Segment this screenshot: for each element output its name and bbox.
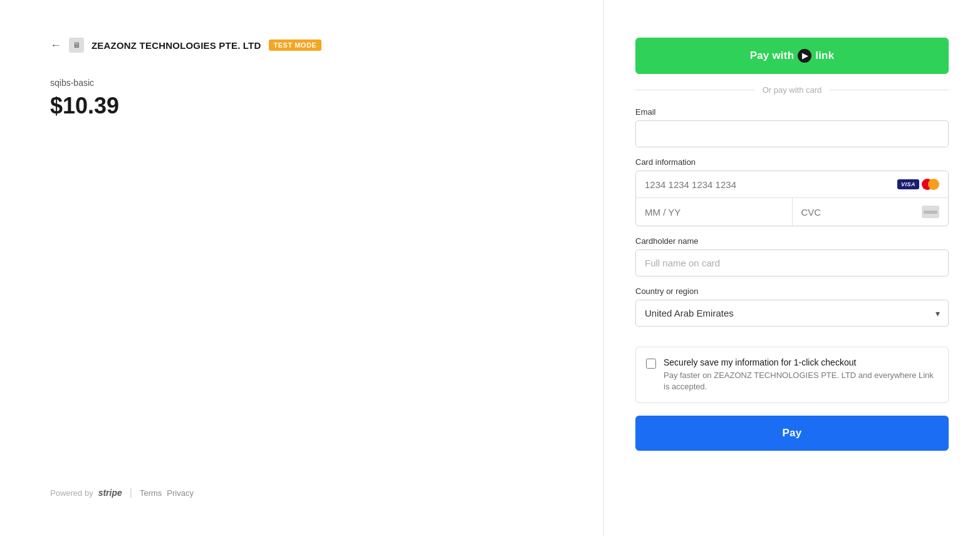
expiry-input[interactable] (636, 198, 793, 226)
email-label: Email (635, 107, 949, 117)
or-line-right (829, 90, 949, 90)
header-row: ← 🖥 ZEAZONZ TECHNOLOGIES PTE. LTD TEST M… (50, 38, 553, 53)
cvc-row (793, 198, 949, 226)
card-expiry-cvc-row (636, 198, 948, 226)
save-info-subtitle: Pay faster on ZEAZONZ TECHNOLOGIES PTE. … (664, 370, 938, 392)
merchant-name: ZEAZONZ TECHNOLOGIES PTE. LTD (91, 40, 261, 51)
product-name: sqibs-basic (50, 78, 553, 88)
country-group: Country or region United Arab EmiratesUn… (635, 286, 949, 327)
pay-with-label: Pay with (750, 50, 795, 62)
card-info-container: VISA (635, 171, 949, 226)
or-text: Or pay with card (763, 85, 822, 95)
right-panel: Pay with ▶ link Or pay with card Email C… (604, 0, 980, 488)
card-number-row: VISA (636, 171, 948, 198)
country-select-wrapper: United Arab EmiratesUnited StatesUnited … (635, 300, 949, 327)
page-container: ← 🖥 ZEAZONZ TECHNOLOGIES PTE. LTD TEST M… (0, 0, 980, 536)
card-number-input[interactable] (645, 179, 897, 190)
back-button[interactable]: ← (50, 39, 61, 52)
merchant-icon: 🖥 (69, 38, 84, 53)
privacy-link[interactable]: Privacy (167, 488, 194, 498)
link-arrow-icon: ▶ (802, 51, 808, 60)
cardholder-input[interactable] (635, 250, 949, 276)
cvc-input[interactable] (801, 207, 922, 218)
save-info-title: Securely save my information for 1-click… (664, 357, 938, 367)
product-price: $10.39 (50, 93, 553, 119)
email-group: Email (635, 107, 949, 147)
cardholder-group: Cardholder name (635, 236, 949, 276)
or-divider: Or pay with card (635, 85, 949, 95)
cvc-card-strip (924, 211, 937, 214)
country-label: Country or region (635, 286, 949, 296)
save-info-box: Securely save my information for 1-click… (635, 347, 949, 403)
email-input[interactable] (635, 120, 949, 147)
footer-area: Powered by stripe | Terms Privacy (50, 462, 553, 498)
link-icon: ▶ (798, 49, 811, 63)
pay-button[interactable]: Pay (635, 416, 949, 451)
card-icons: VISA (897, 179, 939, 190)
mastercard-icon (922, 179, 939, 190)
stripe-logo: stripe (98, 488, 122, 498)
powered-by-text: Powered by (50, 488, 93, 498)
save-info-checkbox[interactable] (646, 359, 656, 369)
or-line-left (635, 90, 755, 90)
terms-link[interactable]: Terms (140, 488, 162, 498)
footer-divider: | (130, 487, 132, 498)
pay-with-link-button[interactable]: Pay with ▶ link (635, 38, 949, 74)
visa-icon: VISA (897, 179, 919, 189)
cvc-card-icon (922, 206, 939, 218)
cardholder-label: Cardholder name (635, 236, 949, 246)
card-info-label: Card information (635, 157, 949, 167)
save-info-text: Securely save my information for 1-click… (664, 357, 938, 392)
left-panel: ← 🖥 ZEAZONZ TECHNOLOGIES PTE. LTD TEST M… (0, 0, 604, 536)
link-suffix-label: link (815, 50, 834, 62)
test-mode-badge: TEST MODE (269, 39, 322, 51)
country-select[interactable]: United Arab EmiratesUnited StatesUnited … (635, 300, 949, 327)
card-info-group: Card information VISA (635, 157, 949, 226)
